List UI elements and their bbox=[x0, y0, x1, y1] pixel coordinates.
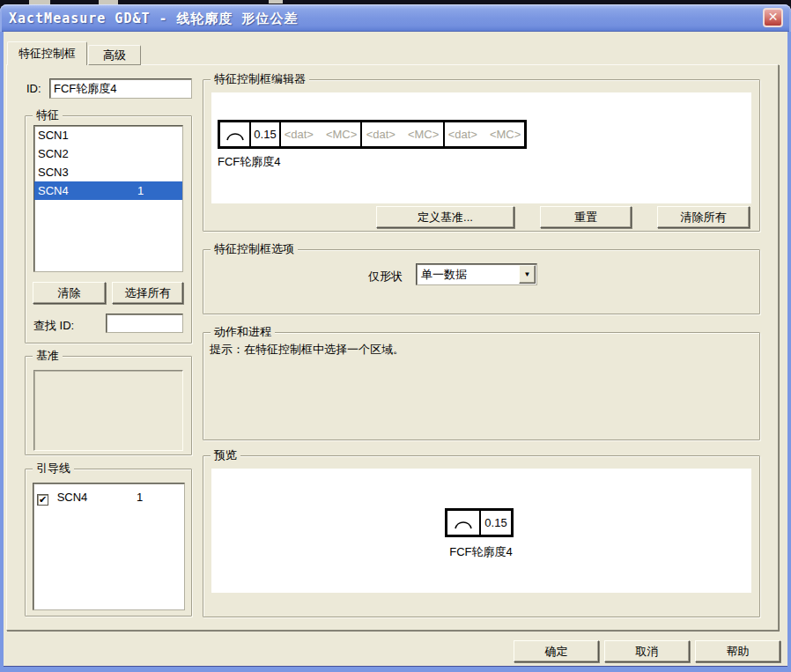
help-button[interactable]: 帮助 bbox=[695, 640, 780, 662]
fcf-options-group-title: 特征控制框选项 bbox=[211, 242, 298, 256]
list-item-selected[interactable]: SCN4 1 bbox=[34, 181, 182, 200]
id-input[interactable]: FCF轮廓度4 bbox=[49, 78, 192, 99]
feature-value: 1 bbox=[137, 181, 144, 200]
chevron-down-icon: ▼ bbox=[524, 270, 531, 278]
help-label: 帮助 bbox=[727, 644, 750, 660]
leader-name: SCN4 bbox=[57, 491, 88, 504]
dat-placeholder[interactable]: <dat> bbox=[285, 128, 314, 141]
actions-group-title: 动作和进程 bbox=[211, 325, 275, 339]
cancel-button[interactable]: 取消 bbox=[604, 640, 690, 662]
fcf-editor-frame[interactable]: 0.15 <dat> <MC> <dat> <MC> <dat> <MC> bbox=[218, 120, 527, 149]
fcf-datum-cell-2[interactable]: <dat> <MC> bbox=[360, 122, 443, 146]
dialog-window: XactMeasure GD&T - 线轮廓度 形位公差 ✕ 特征控制框 高级 … bbox=[0, 0, 791, 672]
tab-feature-control-frame[interactable]: 特征控制框 bbox=[7, 41, 87, 65]
close-icon: ✕ bbox=[768, 10, 779, 24]
feature-name: SCN1 bbox=[38, 129, 69, 142]
fcf-symbol-cell[interactable] bbox=[220, 122, 249, 146]
tab-label: 特征控制框 bbox=[18, 47, 76, 60]
preview-group-title: 预览 bbox=[211, 448, 240, 462]
preview-caption: FCF轮廓度4 bbox=[415, 544, 547, 560]
dropdown-arrow-button[interactable]: ▼ bbox=[519, 265, 536, 284]
leader-list-item[interactable]: ✔ SCN4 1 bbox=[33, 488, 184, 506]
fcf-tolerance-cell[interactable]: 0.15 bbox=[249, 122, 279, 146]
profile-of-line-icon bbox=[452, 516, 475, 529]
fcf-datum-cell-1[interactable]: <dat> <MC> bbox=[279, 122, 360, 146]
form-only-label: 仅形状 bbox=[368, 269, 403, 284]
tolerance-value: 0.15 bbox=[254, 128, 276, 141]
id-label: ID: bbox=[26, 82, 41, 95]
list-item[interactable]: SCN2 bbox=[34, 144, 182, 163]
fcf-editor-caption: FCF轮廓度4 bbox=[218, 154, 281, 170]
mc-placeholder[interactable]: <MC> bbox=[408, 128, 439, 141]
datum-panel bbox=[33, 370, 183, 451]
define-datum-button[interactable]: 定义基准... bbox=[376, 206, 514, 228]
profile-of-line-icon bbox=[224, 128, 247, 141]
list-item[interactable]: SCN1 bbox=[34, 126, 182, 144]
titlebar[interactable]: XactMeasure GD&T - 线轮廓度 形位公差 ✕ bbox=[0, 4, 791, 32]
find-id-input[interactable] bbox=[106, 314, 183, 333]
tab-advanced[interactable]: 高级 bbox=[88, 45, 141, 65]
select-all-button[interactable]: 选择所有 bbox=[112, 282, 183, 304]
ok-button[interactable]: 确定 bbox=[514, 640, 599, 662]
list-item[interactable]: SCN3 bbox=[34, 163, 182, 181]
feature-name: SCN2 bbox=[38, 147, 69, 160]
leader-value: 1 bbox=[137, 488, 143, 506]
dropdown-selected-value: 单一数据 bbox=[421, 268, 467, 281]
reset-button[interactable]: 重置 bbox=[540, 206, 632, 228]
define-datum-label: 定义基准... bbox=[418, 210, 473, 225]
mc-placeholder[interactable]: <MC> bbox=[490, 128, 521, 141]
feature-name: SCN4 bbox=[38, 184, 69, 197]
preview-fcf-frame: 0.15 bbox=[445, 508, 514, 537]
fcf-datum-cell-3[interactable]: <dat> <MC> bbox=[443, 122, 524, 146]
clear-all-button[interactable]: 清除所有 bbox=[657, 206, 750, 228]
clear-all-label: 清除所有 bbox=[681, 210, 727, 225]
leader-line-group-title: 引导线 bbox=[33, 462, 74, 476]
fcf-editor-group-title: 特征控制框编辑器 bbox=[211, 72, 309, 86]
window-title: XactMeasure GD&T - 线轮廓度 形位公差 bbox=[9, 11, 299, 27]
feature-list[interactable]: SCN1 SCN2 SCN3 SCN4 1 bbox=[33, 125, 183, 272]
dat-placeholder[interactable]: <dat> bbox=[448, 128, 477, 141]
tab-label: 高级 bbox=[103, 48, 126, 62]
find-id-label: 查找 ID: bbox=[33, 318, 74, 334]
background-fragment bbox=[269, 0, 283, 4]
mc-placeholder[interactable]: <MC> bbox=[326, 128, 357, 141]
preview-symbol-cell bbox=[447, 511, 479, 535]
datum-group-title: 基准 bbox=[33, 349, 63, 363]
cancel-label: 取消 bbox=[636, 644, 659, 660]
reset-label: 重置 bbox=[574, 210, 597, 225]
checkbox-checked-icon[interactable]: ✔ bbox=[37, 494, 48, 506]
select-all-button-label: 选择所有 bbox=[125, 285, 171, 301]
close-button[interactable]: ✕ bbox=[763, 8, 783, 27]
clear-button-label: 清除 bbox=[58, 285, 81, 301]
leader-line-list[interactable]: ✔ SCN4 1 bbox=[33, 483, 185, 610]
preview-tolerance-cell: 0.15 bbox=[479, 511, 511, 535]
dat-placeholder[interactable]: <dat> bbox=[366, 128, 396, 141]
feature-group-title: 特征 bbox=[33, 108, 63, 122]
ok-label: 确定 bbox=[545, 644, 568, 660]
feature-name: SCN3 bbox=[38, 166, 69, 179]
tolerance-value: 0.15 bbox=[484, 516, 506, 529]
clear-button[interactable]: 清除 bbox=[33, 282, 106, 304]
action-hint-text: 提示：在特征控制框中选择一个区域。 bbox=[210, 342, 404, 358]
